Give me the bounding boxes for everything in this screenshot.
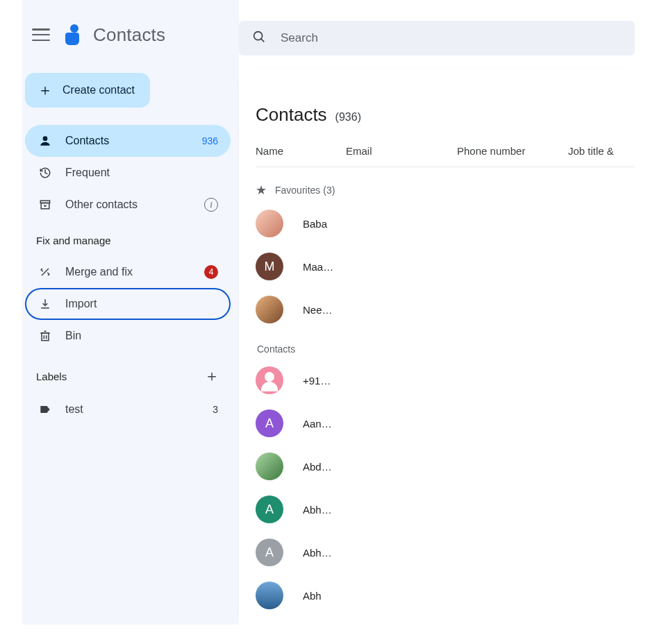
contact-name: Baba [303,218,327,230]
contact-name: Abh… [303,504,332,516]
sidebar-item-import[interactable]: Import [25,288,231,320]
merge-fix-badge: 4 [204,265,218,279]
column-headers: Name Email Phone number Job title & [256,145,635,167]
search-icon [251,29,267,47]
sidebar-item-label: Other contacts [65,198,192,211]
contact-row[interactable]: AAbh… [256,531,635,574]
avatar: A [256,539,283,566]
sidebar-item-merge-fix[interactable]: Merge and fix 4 [25,256,231,288]
labels-heading: Labels [36,371,67,382]
trash-icon [38,328,53,344]
avatar [256,296,283,323]
sidebar-item-contacts[interactable]: Contacts 936 [25,125,231,157]
avatar [256,452,283,480]
hamburger-menu-icon[interactable] [32,28,50,41]
label-count: 3 [213,404,218,415]
sidebar-item-label: Merge and fix [65,266,192,278]
svg-point-2 [43,136,48,141]
col-phone[interactable]: Phone number [457,145,568,157]
history-icon [38,165,53,180]
sidebar-item-label: Import [65,298,218,310]
sidebar-item-label: Bin [65,330,218,342]
avatar: A [256,409,283,437]
create-contact-button[interactable]: ＋ Create contact [25,73,150,108]
contact-row[interactable]: AAbh… [256,488,635,531]
info-icon[interactable]: i [204,198,218,212]
contact-name: Abh… [303,547,332,559]
contact-name: Maa… [303,261,333,273]
label-text: test [65,403,200,416]
person-icon [38,133,53,149]
plus-icon: ＋ [38,83,53,98]
col-email[interactable]: Email [346,145,457,157]
contact-row[interactable]: MMaa… [256,245,635,288]
sidebar-item-count: 936 [202,135,218,146]
page-count: (936) [335,111,361,124]
sidebar-item-frequent[interactable]: Frequent [25,157,231,189]
star-icon: ★ [256,183,267,198]
search-bar[interactable] [239,21,635,56]
contact-name: +91… [303,375,331,387]
add-label-button[interactable]: ＋ [204,366,219,387]
search-input[interactable] [279,31,622,46]
contact-row[interactable]: AAan… [256,402,635,445]
sidebar-item-other-contacts[interactable]: Other contacts i [25,189,231,221]
app-title: Contacts [93,24,165,46]
sidebar-item-label: Frequent [65,167,218,179]
contact-name: Nee… [303,304,333,316]
contact-row[interactable]: Abd… [256,445,635,488]
contact-name: Aan… [303,418,332,430]
contact-row[interactable]: Baba [256,202,635,245]
svg-line-1 [261,39,265,42]
col-name[interactable]: Name [256,145,346,157]
contact-name: Abh [303,590,322,602]
svg-rect-5 [42,333,49,341]
archive-icon [38,197,53,212]
avatar: A [256,495,283,523]
favourites-heading: Favourites (3) [275,185,335,196]
sidebar-item-bin[interactable]: Bin [25,320,231,352]
contact-row[interactable]: +91… [256,359,635,402]
label-icon [38,402,53,417]
section-fix-and-manage: Fix and manage [25,221,231,256]
create-contact-label: Create contact [63,84,135,96]
avatar [256,210,283,237]
col-job[interactable]: Job title & [568,145,632,157]
contacts-subheading: Contacts [256,344,635,355]
tools-icon [38,264,53,280]
contact-row[interactable]: Nee… [256,288,635,331]
page-title: Contacts [256,104,327,126]
avatar [256,366,283,394]
app-logo [65,24,85,45]
contact-row[interactable]: Abh [256,574,635,617]
avatar [256,582,283,609]
download-icon [38,296,53,312]
sidebar-item-label: Contacts [65,135,190,147]
contact-name: Abd… [303,461,332,473]
sidebar-label-item[interactable]: test3 [25,393,231,425]
avatar: M [256,253,283,280]
